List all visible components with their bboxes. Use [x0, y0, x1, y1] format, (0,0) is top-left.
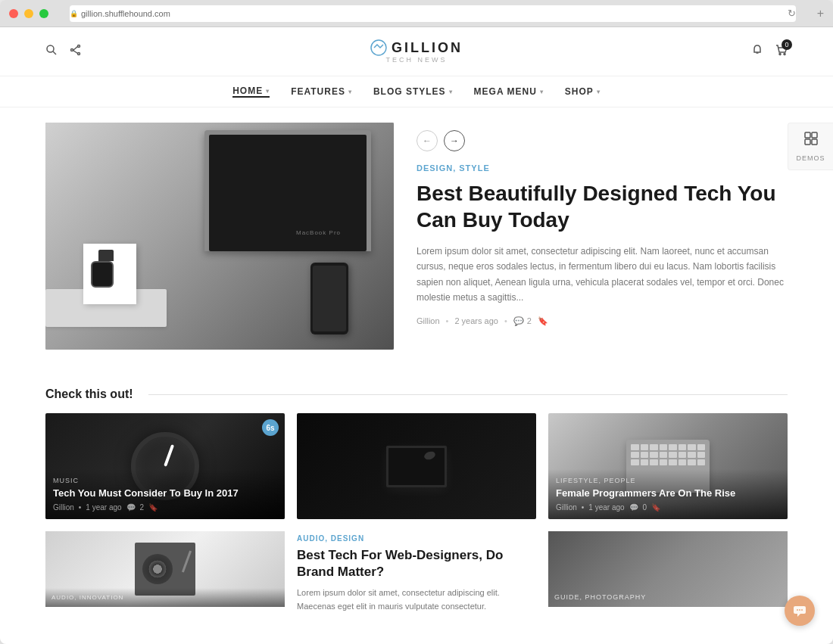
- bottom-card-3[interactable]: GUIDE, PHOTOGRAPHY: [548, 531, 788, 616]
- demos-icon: [803, 131, 819, 150]
- hero-info: ← → DESIGN, STYLE Best Beautifully Desig…: [416, 123, 788, 350]
- card-1-meta: Gillion • 1 year ago 💬 2 🔖: [53, 503, 277, 512]
- new-tab-button[interactable]: +: [817, 7, 824, 20]
- bt3-category: GUIDE, PHOTOGRAPHY: [554, 593, 646, 601]
- hero-bookmark[interactable]: 🔖: [538, 316, 548, 326]
- macbook-label: MacBook Pro: [296, 229, 341, 236]
- main-content: MacBook Pro ← → DESIGN, STYLE Best Beaut…: [0, 107, 833, 365]
- card-1-title: Tech You Must Consider To Buy In 2017: [53, 487, 277, 500]
- laptop-graphic: [386, 446, 447, 487]
- logo-subtitle: TECH NEWS: [386, 56, 448, 64]
- chat-button[interactable]: [785, 596, 815, 626]
- svg-rect-14: [812, 139, 817, 145]
- minimize-dot[interactable]: [24, 9, 33, 18]
- hero-title: Best Beautifully Designed Tech You Can B…: [416, 180, 788, 233]
- card-2[interactable]: [297, 413, 536, 519]
- bottom-card-2[interactable]: AUDIO, DESIGN Best Tech For Web-Designer…: [297, 531, 536, 616]
- card-grid: 6s MUSIC Tech You Must Consider To Buy I…: [0, 413, 833, 519]
- watch-device: [91, 251, 121, 289]
- card-3-overlay: LIFESTYLE, PEOPLE Female Programmers Are…: [548, 469, 788, 519]
- section-title: Check this out!: [45, 387, 133, 401]
- hero-excerpt: Lorem ipsum dolor sit amet, consectetur …: [416, 244, 788, 306]
- logo-icon: [370, 39, 387, 56]
- share-icon[interactable]: [70, 44, 82, 59]
- site-header: GILLION TECH NEWS: [0, 27, 833, 76]
- svg-line-5: [73, 47, 78, 51]
- nav-blog-styles[interactable]: BLOG STYLES ▾: [373, 86, 453, 98]
- hero-meta-separator: •: [446, 316, 449, 325]
- nav-home-arrow: ▾: [266, 88, 270, 95]
- svg-line-1: [53, 51, 56, 54]
- refresh-icon[interactable]: ↻: [788, 8, 796, 19]
- hero-navigation: ← →: [416, 130, 788, 151]
- bottom-card-1[interactable]: AUDIO, INNOVATION: [45, 531, 285, 616]
- address-bar[interactable]: 🔒 gillion.shufflehound.com ↻: [70, 5, 796, 22]
- svg-point-7: [371, 40, 386, 55]
- hero-meta: Gillion • 2 years ago • 💬 2 🔖: [416, 316, 788, 326]
- bt2-title: Best Tech For Web-Designers, Do Brand Ma…: [297, 547, 536, 580]
- site-logo[interactable]: GILLION TECH NEWS: [370, 39, 463, 64]
- hero-comments: 💬 2: [513, 316, 532, 326]
- bt1-overlay: AUDIO, INNOVATION: [45, 588, 285, 607]
- svg-point-10: [784, 54, 785, 55]
- hero-prev-button[interactable]: ←: [416, 130, 438, 151]
- browser-titlebar: 🔒 gillion.shufflehound.com ↻ +: [0, 0, 833, 27]
- cart-count: 0: [782, 39, 792, 50]
- hero-author: Gillion: [416, 316, 440, 325]
- nav-shop[interactable]: SHOP ▾: [565, 86, 601, 98]
- section-divider: [148, 394, 788, 395]
- svg-rect-13: [805, 139, 810, 145]
- svg-point-9: [779, 54, 781, 55]
- hero-section: MacBook Pro ← → DESIGN, STYLE Best Beaut…: [45, 123, 788, 350]
- nav-mega-arrow: ▾: [540, 89, 544, 95]
- header-left: [45, 44, 82, 59]
- header-right: 0: [751, 44, 788, 59]
- card-1-category: MUSIC: [53, 477, 277, 484]
- card-3-category: LIFESTYLE, PEOPLE: [556, 477, 780, 484]
- nav-blog-arrow: ▾: [449, 89, 453, 95]
- card-1-badge: 6s: [262, 419, 279, 436]
- search-icon[interactable]: [45, 44, 58, 59]
- macbook-device: MacBook Pro: [204, 130, 371, 251]
- nav-features-arrow: ▾: [348, 89, 352, 95]
- svg-line-6: [73, 51, 78, 54]
- section-header: Check this out!: [0, 365, 833, 413]
- bt2-excerpt: Lorem ipsum dolor sit amet, consectetur …: [297, 586, 536, 613]
- card-1[interactable]: 6s MUSIC Tech You Must Consider To Buy I…: [45, 413, 285, 519]
- svg-point-17: [801, 609, 803, 611]
- maximize-dot[interactable]: [39, 9, 48, 18]
- hero-image[interactable]: MacBook Pro: [45, 123, 394, 350]
- iphone-device: [310, 263, 348, 334]
- close-dot[interactable]: [9, 9, 18, 18]
- logo-text: GILLION: [392, 40, 463, 56]
- bottom-grid: AUDIO, INNOVATION AUDIO, DESIGN Best Tec…: [0, 519, 833, 631]
- nav-mega-menu[interactable]: MEGA MENU ▾: [474, 86, 544, 98]
- svg-rect-11: [805, 132, 810, 138]
- card-3[interactable]: LIFESTYLE, PEOPLE Female Programmers Are…: [548, 413, 788, 519]
- bottom-text-card: AUDIO, DESIGN Best Tech For Web-Designer…: [297, 531, 536, 616]
- demos-button[interactable]: DEMOS: [788, 123, 833, 170]
- page-content: GILLION TECH NEWS: [0, 27, 833, 644]
- chat-icon: [793, 604, 806, 618]
- hero-meta-separator2: •: [504, 316, 507, 325]
- svg-point-15: [797, 609, 798, 611]
- nav-features[interactable]: FEATURES ▾: [291, 86, 352, 98]
- svg-point-16: [799, 609, 800, 611]
- bt2-category: AUDIO, DESIGN: [297, 534, 536, 543]
- svg-point-0: [47, 45, 54, 52]
- browser-window: 🔒 gillion.shufflehound.com ↻ +: [0, 0, 833, 644]
- hero-next-button[interactable]: →: [444, 130, 465, 151]
- card-1-overlay: MUSIC Tech You Must Consider To Buy In 2…: [45, 469, 285, 519]
- svg-rect-12: [812, 132, 817, 138]
- notification-icon[interactable]: [751, 44, 763, 59]
- card-3-meta: Gillion • 1 year ago 💬 0 🔖: [556, 503, 780, 512]
- nav-home[interactable]: HOME ▾: [232, 86, 270, 98]
- nav-shop-arrow: ▾: [597, 89, 601, 95]
- cart-button[interactable]: 0: [775, 44, 788, 59]
- bt1-category: AUDIO, INNOVATION: [51, 594, 279, 601]
- lock-icon: 🔒: [70, 10, 78, 17]
- card-3-title: Female Programmers Are On The Rise: [556, 487, 780, 500]
- url-text: gillion.shufflehound.com: [81, 9, 170, 18]
- hero-category: DESIGN, STYLE: [416, 163, 788, 173]
- hero-time: 2 years ago: [454, 316, 498, 325]
